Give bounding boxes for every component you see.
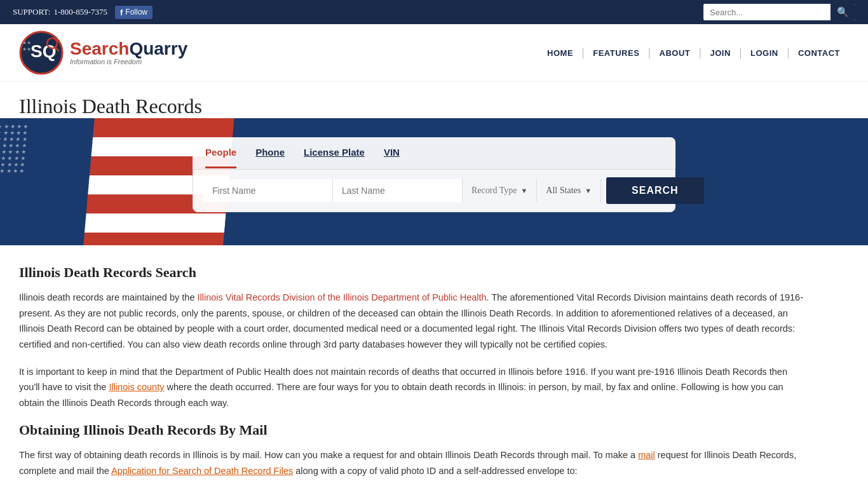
logo-area: SQ ★★ ★★ SearchQuarry Information is Fre…	[19, 30, 187, 75]
site-header: SQ ★★ ★★ SearchQuarry Information is Fre…	[0, 24, 868, 82]
tab-people[interactable]: People	[205, 138, 236, 168]
logo-text: SearchQuarry Information is Freedom	[70, 40, 187, 65]
top-search-input[interactable]	[703, 4, 831, 20]
top-bar: SUPPORT: 1-800-859-7375 f Follow 🔍	[0, 0, 868, 24]
nav-home[interactable]: HOME	[538, 48, 582, 58]
main-nav: HOME | FEATURES | ABOUT | JOIN | LOGIN |…	[538, 47, 849, 58]
nav-about[interactable]: ABOUT	[651, 48, 700, 58]
vital-records-link[interactable]: Illinois Vital Records Division of the I…	[198, 292, 487, 302]
svg-text:SQ: SQ	[31, 41, 56, 61]
nav-join[interactable]: JOIN	[701, 48, 739, 58]
hero-banner: ★ ★ ★ ★ ★★ ★ ★ ★ ★★ ★ ★ ★ ★★ ★ ★ ★ ★★ ★ …	[0, 118, 868, 245]
record-type-arrow-icon: ▼	[520, 187, 527, 194]
search-container: People Phone License Plate VIN Record Ty…	[193, 137, 675, 212]
nav-features[interactable]: FEATURES	[584, 48, 648, 58]
top-bar-left: SUPPORT: 1-800-859-7375 f Follow	[13, 6, 153, 19]
svg-text:★★: ★★	[22, 40, 31, 46]
support-label: SUPPORT: 1-800-859-7375	[13, 7, 107, 17]
logo-tagline: Information is Freedom	[70, 58, 187, 65]
search-form-bar: Record Type ▼ All States ▼ SEARCH	[193, 169, 675, 212]
content-area: Illinois Death Records Search Illinois d…	[0, 245, 826, 488]
nav-contact[interactable]: CONTACT	[789, 48, 849, 58]
nav-login[interactable]: LOGIN	[742, 48, 787, 58]
all-states-dropdown[interactable]: All States ▼	[537, 179, 601, 202]
tab-phone[interactable]: Phone	[255, 138, 285, 168]
page-title-area: Illinois Death Records	[0, 82, 868, 118]
top-search-button[interactable]: 🔍	[831, 4, 855, 20]
application-link[interactable]: Application for Search of Death Record F…	[111, 466, 293, 476]
last-name-input[interactable]	[333, 179, 463, 202]
fb-follow-button[interactable]: f Follow	[115, 6, 153, 19]
section1-title: Illinois Death Records Search	[19, 264, 807, 281]
page-title: Illinois Death Records	[19, 95, 849, 118]
first-name-input[interactable]	[203, 179, 333, 202]
section1-paragraph2: It is important to keep in mind that the…	[19, 364, 807, 411]
logo-icon: SQ ★★ ★★	[19, 30, 64, 75]
section1-paragraph1: Illinois death records are maintained by…	[19, 290, 807, 353]
search-button[interactable]: SEARCH	[606, 177, 704, 204]
facebook-icon: f	[120, 8, 123, 17]
section2-title: Obtaining Illinois Death Records By Mail	[19, 422, 807, 438]
record-type-dropdown[interactable]: Record Type ▼	[463, 179, 537, 202]
tab-vin[interactable]: VIN	[384, 138, 400, 168]
illinois-county-link[interactable]: Illinois county	[109, 382, 164, 392]
top-search-bar[interactable]: 🔍	[703, 4, 855, 20]
mail-link[interactable]: mail	[638, 450, 655, 460]
svg-text:★★: ★★	[22, 46, 31, 52]
section2-paragraph1: The first way of obtaining death records…	[19, 447, 807, 478]
tab-license-plate[interactable]: License Plate	[304, 138, 365, 168]
search-tabs: People Phone License Plate VIN	[193, 137, 675, 169]
logo-brand: SearchQuarry	[70, 40, 187, 58]
all-states-arrow-icon: ▼	[585, 187, 592, 194]
